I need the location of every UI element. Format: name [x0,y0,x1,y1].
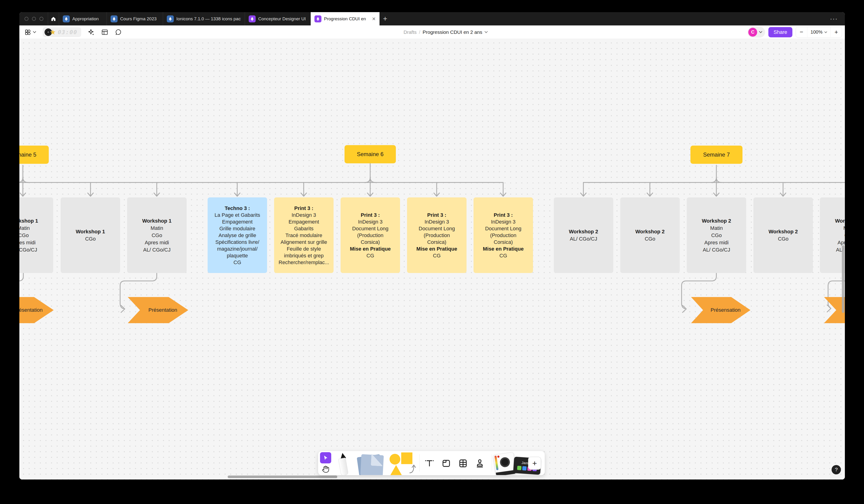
stamp-tool[interactable] [472,456,487,471]
tab-appropriation[interactable]: Appropriation [59,12,107,25]
zoom-level-menu[interactable]: 100% [807,27,830,37]
comment-bubble-icon [115,29,122,36]
canvas-card-print-3[interactable]: Print 3 :InDesign 3Document Long(Product… [407,197,467,273]
canvas-card-workshop-1[interactable]: Workshop 1MatinCGoApres midiAL/ CGo/CJ [127,197,187,273]
table-tool[interactable] [456,456,470,471]
music-timer-widget[interactable]: ★ 03:00 [43,27,81,37]
tab-label: Concepteur Designer UI [258,16,306,22]
canvas-card-workshop-1[interactable]: Workshop 1CGo [61,197,120,273]
card-line: Grille modulaire [219,225,255,232]
main-menu-button[interactable] [24,29,36,35]
file-tab-icon [249,15,256,22]
canvas-card-techno-3[interactable]: Techno 3 :La Page et GabaritsEmpagementG… [208,197,267,273]
canvas-card-workshop-2[interactable]: Workshop 2CGo [620,197,680,273]
card-title: Workshop 1 [76,228,105,235]
card-line: Document Long [485,225,521,232]
card-line: Apres midi [705,239,729,246]
circle-shape-icon [389,454,400,465]
card-line: CGo [711,232,722,239]
card-line: InDesign 3 [424,218,449,225]
card-title: Print 3 : [361,212,380,218]
chevron-down-icon[interactable] [484,31,488,33]
card-title: Print 3 : [295,205,313,212]
week-label-semaine-5[interactable]: Semaine 5 [19,146,49,164]
media-widget[interactable] [493,452,516,475]
sticky-note-tool[interactable] [355,453,387,475]
select-tool[interactable] [320,452,331,464]
templates-button[interactable] [101,29,108,36]
file-title[interactable]: Progression CDUI en 2 ans [423,29,482,35]
window-menu-button[interactable]: ⋯ [830,12,845,25]
card-line: Matin [19,225,29,232]
sticker-icon [522,466,527,470]
card-line: CG [367,252,374,259]
comments-button[interactable] [115,29,122,36]
card-line: Matin [843,225,845,232]
week-label-semaine-6[interactable]: Semaine 6 [345,145,396,163]
chevron-down-icon [33,31,36,33]
account-menu[interactable]: C [748,27,765,38]
more-tools-button[interactable]: + [528,457,541,470]
chevron-down-icon [759,31,762,33]
breadcrumb: Drafts / Progression CDUI en 2 ans [404,25,488,39]
canvas-card-workshop-2[interactable]: Workshop 2AL/ CGo/CJ [554,197,613,273]
close-tab-icon[interactable]: ✕ [369,16,376,22]
share-button[interactable]: Share [768,27,792,37]
figma-logo-icon [24,29,31,35]
card-title: Print 3 : [427,212,446,218]
canvas-card-print-3[interactable]: Print 3 :InDesign 3Document Long(Product… [473,197,533,273]
new-tab-button[interactable]: + [380,12,391,25]
card-line: Document Long [419,225,455,232]
tab-bar: AppropriationCours Figma 2023Ionicons 7.… [19,12,845,25]
text-tool[interactable] [422,456,437,471]
close-window-icon[interactable] [24,17,28,21]
maximize-window-icon[interactable] [39,17,44,21]
card-title: Workshop 1 [142,217,172,225]
card-line: InDesign 3 [358,218,383,225]
ai-actions-button[interactable] [88,29,95,36]
card-line: Matin [151,225,163,232]
tab-label: Progression CDUI en 2 ans [324,16,367,22]
horizontal-scrollbar[interactable] [228,476,337,478]
shape-tools[interactable] [388,453,417,475]
cursor-icon [323,455,329,461]
ellipsis-icon: ⋯ [830,14,838,24]
tab-concepteur-designer-ui[interactable]: Concepteur Designer UI [245,12,311,25]
camera-lens-icon [500,457,511,468]
tab-ionicons-7-1-0-1338-icons-pack[interactable]: Ionicons 7.1.0 — 1338 icons pack (C [163,12,245,25]
card-line: InDesign 3 [291,212,316,218]
canvas-card-workshop-1[interactable]: Workshop 1MatinCGoApres midiAL/ CGo/CJ [19,197,53,273]
minimize-window-icon[interactable] [32,17,36,21]
hand-tool[interactable] [321,464,330,474]
canvas-card-workshop-2[interactable]: Workshop 2CGo [754,197,813,273]
tab-progression-cdui-en-2-ans[interactable]: Progression CDUI en 2 ans✕ [311,12,380,25]
breadcrumb-location[interactable]: Drafts [404,29,417,35]
canvas-card-print-3[interactable]: Print 3 :InDesign 3Document Long(Product… [340,197,400,273]
pen-nib-icon [64,17,68,21]
canvas-card-workshop-2[interactable]: Workshop 2MatinCGoApres midiAL/ CGo/CJ [820,197,845,273]
zoom-in-button[interactable]: + [830,27,842,37]
section-tool[interactable] [439,456,454,471]
camera-flash-icon [497,455,500,458]
card-line: Feuille de style [287,245,321,252]
card-line: CGo [19,232,29,239]
marker-tool[interactable] [334,453,353,475]
help-button[interactable]: ? [831,465,841,475]
card-line: CGo [778,235,789,242]
card-line: CG [233,259,241,266]
home-button[interactable] [48,12,59,25]
tab-cours-figma-2023[interactable]: Cours Figma 2023 [107,12,163,25]
vertical-scrollbar[interactable] [842,245,844,313]
question-mark-icon: ? [835,467,838,473]
card-line: Spécifications livre/ [215,239,259,245]
breadcrumb-separator: / [419,29,420,35]
zoom-out-button[interactable]: − [796,27,807,37]
week-label-semaine-7[interactable]: Semaine 7 [691,146,743,164]
canvas-card-print-3[interactable]: Print 3 :InDesign 3EmpagementGabaritsTra… [274,197,334,273]
card-line: Tracé modulaire [285,232,322,239]
card-line: Empagement [222,218,253,225]
card-line: Analyse de grille [218,232,256,239]
canvas-card-workshop-2[interactable]: Workshop 2MatinCGoApres midiAL/ CGo/CJ [687,197,746,273]
card-line: Corsica) [361,239,380,245]
card-title: Workshop 2 [569,228,598,235]
